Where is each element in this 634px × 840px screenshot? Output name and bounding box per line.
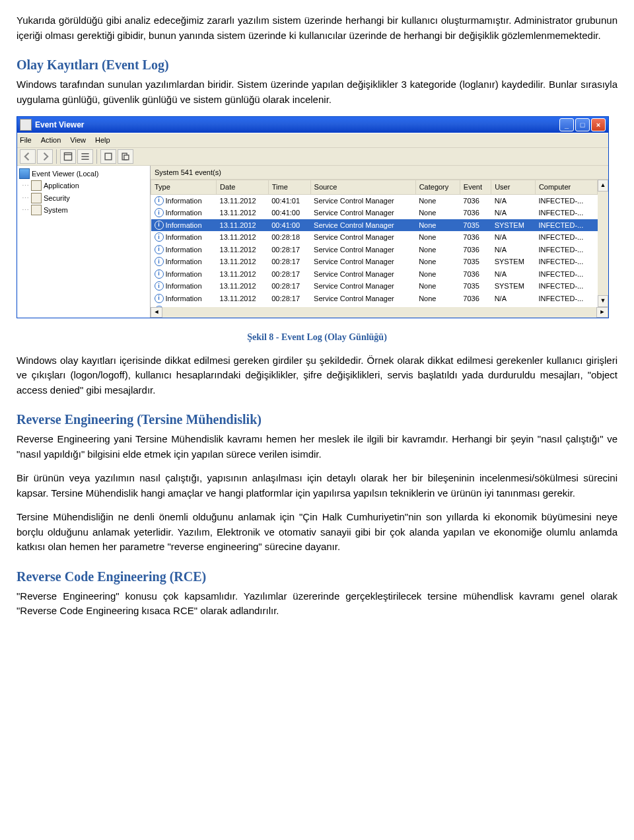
tree-item[interactable]: ⋯Application [19,180,148,192]
forward-button[interactable] [37,149,53,164]
column-header[interactable]: Computer [535,180,597,195]
column-header[interactable]: Type [151,180,217,195]
cell-source: Service Control Manager [310,268,415,281]
tree-item[interactable]: ⋯System [19,204,148,217]
titlebar[interactable]: Event Viewer _ □ × [17,117,608,133]
event-table-wrap: TypeDateTimeSourceCategoryEventUserCompu… [151,180,598,307]
heading-reverse-engineering: Reverse Engineering (Tersine Mühendislik… [17,409,617,429]
horizontal-scrollbar[interactable]: ◄ ► [151,307,608,318]
refresh-button[interactable] [100,149,116,164]
table-row[interactable]: iInformation13.11.201200:41:00Service Co… [151,219,598,232]
cell-computer: INFECTED-... [535,256,597,268]
cell-computer: INFECTED-... [535,293,597,305]
scroll-up-button[interactable]: ▲ [598,180,608,192]
cell-time: 00:28:17 [268,268,310,281]
scroll-down-button[interactable]: ▼ [598,295,608,307]
column-header[interactable]: Category [415,180,460,195]
list-button[interactable] [77,149,93,164]
properties-button[interactable] [60,149,76,164]
cell-category: None [415,244,460,256]
list-header: System 541 event(s) [151,166,608,180]
scroll-right-button[interactable]: ► [596,307,608,318]
page-icon [31,180,42,191]
column-header[interactable]: Source [310,180,415,195]
menu-action[interactable]: Action [41,135,61,146]
cell-user: N/A [491,207,536,219]
cell-computer: INFECTED-... [535,244,597,256]
cell-source: Service Control Manager [310,244,415,256]
cell-category: None [415,304,460,307]
page-icon [31,193,42,203]
table-row[interactable]: iInformation13.11.201200:41:00Service Co… [151,207,598,219]
svg-rect-3 [124,155,129,159]
table-row[interactable]: iInformation13.11.201200:28:17Service Co… [151,244,598,256]
book-icon [19,168,30,179]
menu-view[interactable]: View [70,135,86,146]
scroll-left-button[interactable]: ◄ [151,307,162,318]
close-button[interactable]: × [591,118,606,131]
column-header[interactable]: User [491,180,536,195]
cell-category: None [415,219,460,232]
minimize-button[interactable]: _ [559,118,574,131]
cell-date: 13.11.2012 [217,293,269,305]
tree-item[interactable]: ⋯Security [19,192,148,205]
tree-item-label: Security [44,193,70,204]
cell-type: Information [166,269,202,280]
menu-help[interactable]: Help [95,135,110,146]
table-row[interactable]: iInformation13.11.201200:28:17Service Co… [151,304,598,307]
vertical-scrollbar[interactable]: ▲ ▼ [598,180,608,307]
cell-category: None [415,280,460,293]
cell-time: 00:41:00 [268,219,310,232]
heading-rce: Reverse Code Engineering (RCE) [17,567,617,586]
svg-rect-0 [64,153,71,160]
info-icon: i [155,269,164,279]
tree-panel: Event Viewer (Local) ⋯Application⋯Securi… [17,166,151,318]
table-row[interactable]: iInformation13.11.201200:28:18Service Co… [151,231,598,244]
cell-type: Information [166,293,202,304]
cell-event: 7035 [460,280,491,293]
cell-category: None [415,194,460,207]
cell-computer: INFECTED-... [535,207,597,219]
paragraph: "Reverse Engineering" konusu çok kapsaml… [17,589,617,619]
tree-item-label: System [44,205,68,216]
cell-user: N/A [491,293,536,305]
column-header[interactable]: Date [217,180,269,195]
cell-event: 7036 [460,244,491,256]
menu-file[interactable]: File [20,135,32,146]
cell-source: Service Control Manager [310,280,415,293]
cell-category: None [415,231,460,244]
toolbar [17,148,608,166]
event-viewer-window: Event Viewer _ □ × File Action View Help… [17,116,609,318]
cell-type: Information [166,256,202,267]
cell-time: 00:28:17 [268,244,310,256]
info-icon: i [155,306,164,306]
table-row[interactable]: iInformation13.11.201200:28:17Service Co… [151,268,598,281]
table-row[interactable]: iInformation13.11.201200:28:17Service Co… [151,280,598,293]
column-header[interactable]: Time [268,180,310,195]
column-header[interactable]: Event [460,180,491,195]
info-icon: i [155,208,164,217]
cell-computer: INFECTED-... [535,280,597,293]
cell-user: N/A [491,268,536,281]
cell-user: N/A [491,194,536,207]
table-row[interactable]: iInformation13.11.201200:28:17Service Co… [151,256,598,268]
info-icon: i [155,245,164,254]
info-icon: i [155,232,164,242]
cell-category: None [415,293,460,305]
maximize-button[interactable]: □ [575,118,590,131]
scroll-track[interactable] [598,192,608,295]
cell-event: 7036 [460,293,491,305]
scroll-track[interactable] [162,307,596,318]
cell-computer: INFECTED-... [535,304,597,307]
back-button[interactable] [20,149,36,164]
tree-root[interactable]: Event Viewer (Local) [19,168,148,180]
cell-event: 7035 [460,219,491,232]
paragraph: Windows tarafından sunulan yazılımlardan… [17,77,617,107]
export-button[interactable] [118,149,133,164]
paragraph: Yukarıda görüldüğü gibi analiz edeceğimi… [17,13,617,43]
cell-time: 00:28:17 [268,256,310,268]
cell-computer: INFECTED-... [535,194,597,207]
cell-category: None [415,268,460,281]
table-row[interactable]: iInformation13.11.201200:28:17Service Co… [151,293,598,305]
table-row[interactable]: iInformation13.11.201200:41:01Service Co… [151,194,598,207]
